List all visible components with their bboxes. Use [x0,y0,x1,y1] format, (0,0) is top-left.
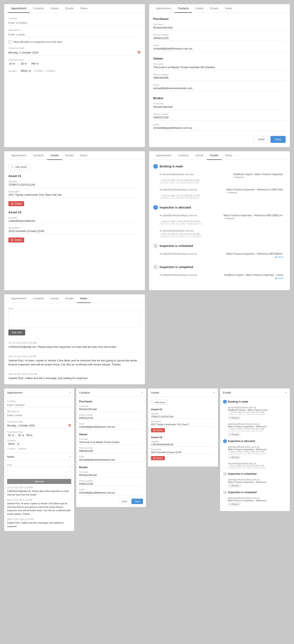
location-input[interactable] [9,20,141,26]
add-asset-button[interactable]: + + Add asset [9,164,30,170]
tab-assets-active[interactable]: Assets [47,151,62,160]
bottom-resend-btn-3[interactable]: ↩ Resend [228,456,240,459]
contacts-tabs: Appointment Contacts Assets Emails Notes [149,4,290,13]
tab-notes-assets[interactable]: Notes [77,151,91,160]
bottom-asset-1-title: Asset #1 [151,408,215,411]
bottom-booking-email-2: peter@carfinance4you.com.au Metro Financ… [223,422,287,437]
hour-select[interactable]: 03 [9,62,16,66]
booking-email-1-row: ✉ accounts@cjcranes.com.au RedBook Inspe… [160,173,283,178]
duration-select[interactable]: 30min [20,69,32,73]
scheduled-email-1-row: ✉ peter@carfinance4you.com.au Metro Fina… [160,252,283,258]
resend-button-3[interactable]: ↩ Resend [224,217,234,220]
bottom-scheduled-title: Inspection is scheduled [228,472,257,475]
tab-assets-emails[interactable]: Assets [192,151,207,160]
tab-emails-contacts[interactable]: Emails [207,4,222,13]
asset-2-description-value: 2010 Zoomlion (Crane) QY40 [9,230,141,234]
bottom-add-asset-button[interactable]: + Add asset [151,400,168,405]
bottom-owner-email: Email ahmad@altoneinvestments.com [79,456,143,462]
delete-asset-2-button[interactable]: 🗑 Delete [9,238,24,242]
tab-contacts-notes[interactable]: Contacts [30,294,47,303]
bottom-note-textarea[interactable] [7,466,71,477]
tab-notes[interactable]: Notes [77,4,91,13]
allocation-checkbox[interactable] [9,40,11,44]
tab-contacts-assets[interactable]: Contacts [30,151,47,160]
email-icon-1: ✉ [160,173,162,176]
trash-icon-1: 🗑 [11,202,14,205]
bottom-add-note-button[interactable]: Add note [7,479,71,484]
appointment-dropdown-icon[interactable]: ▼ [69,392,71,394]
tab-appointment-emails[interactable]: Appointment [152,151,174,160]
resend-button-2[interactable]: ↩ Resend [227,191,237,194]
emails-dropdown-icon[interactable]: ▼ [285,392,287,394]
bottom-save-button[interactable]: Save [131,499,143,504]
tab-emails-notes[interactable]: Emails [62,294,77,303]
checkbox-label: Allow allocation to inspectors out of hi… [13,40,62,44]
tab-appointment[interactable]: Appointment [8,4,30,13]
allocated-input[interactable] [9,32,141,37]
note-label: Note [9,307,141,310]
purchaser-phone-label: Phone number [153,34,285,36]
tab-appointment-contacts[interactable]: Appointment [152,4,174,13]
completed-email-1-subject: RedBook Inspect - Metro Finance Inspecti… [224,274,283,276]
tab-contacts[interactable]: Contacts [30,4,47,13]
add-note-button[interactable]: Add note [9,330,25,336]
bottom-allocated-input[interactable] [7,413,71,418]
bottom-duration-select[interactable]: 30min [7,442,20,446]
tab-emails-active[interactable]: Emails [207,151,222,160]
tab-appointment-notes[interactable]: Appointment [8,294,30,303]
bottom-broker-phone-value: 0393212120 [79,482,143,486]
bottom-resend-btn-4[interactable]: ↩ Resend [228,484,240,488]
purchaser-phone-value: 0393212120 [153,36,285,41]
bottom-delete-asset-1[interactable]: 🗑 Delete [151,428,165,432]
email-status-allocated: ✓ Inspection is allocated ✉ peter@carfin… [153,205,285,239]
bottom-undo-button[interactable]: Undo [118,499,130,504]
bottom-notes-body: Note Add note Thu 20 Sep 2018 10:33 AM C… [4,461,74,531]
note-textarea[interactable] [9,310,141,327]
delete-asset-1-button[interactable]: 🗑 Delete [9,201,24,206]
save-button[interactable]: Save [270,136,285,143]
bottom-note-label: Note [7,464,71,466]
notes-dropdown-icon[interactable]: ▼ [69,456,71,458]
send-button-2[interactable]: ▶ Send [275,277,283,280]
bottom-date-input[interactable] [7,423,68,428]
scheduled-status-title: Inspection is scheduled [160,244,193,248]
bottom-note-3-text: Gabriel Ruiz: Called and left a message,… [7,521,71,528]
asset-2-description-label: Description [9,226,141,229]
period-select[interactable]: PM [31,62,39,66]
send-button-1[interactable]: ▶ Send [275,256,283,258]
bottom-period-select[interactable]: PM [26,434,33,437]
undo-button[interactable]: Undo [253,136,269,143]
assets-panel: Appointment Contacts Assets Emails Notes… [4,151,145,290]
bottom-resend-btn-5[interactable]: ↩ Resend [228,502,240,506]
tab-appointment-assets[interactable]: Appointment [8,151,30,160]
assets-dropdown-icon[interactable]: ▼ [213,392,215,394]
bottom-assets-header: Assets ▼ [148,388,218,397]
bottom-booking-subject-2: Metro Finance Inspection - Reference [228,425,285,428]
bottom-broker-fullname: Full name Richard Birchall [79,471,143,478]
tab-emails-assets[interactable]: Emails [62,151,77,160]
bottom-hour-select[interactable]: 03 [7,434,15,437]
bottom-completed-email-1: peter@carfinance4you.com.au Metro Financ… [223,496,287,507]
scheduled-status-header: Inspection is scheduled [153,244,285,248]
minute-select[interactable]: 30 [20,62,27,66]
resend-button-1[interactable]: ↩ Resend [233,176,244,178]
bottom-resend-btn-2[interactable]: ↩ Resend [228,433,240,436]
bottom-resend-btn-1[interactable]: ↩ Resend [228,416,240,420]
bottom-delete-asset-2[interactable]: 🗑 Delete [151,456,165,460]
tab-contacts-emails[interactable]: Contacts [174,151,192,160]
bottom-location-input[interactable] [7,403,71,408]
bottom-booking-sent-1: ✓ Sent on Wed 19 Sep 2018 09:16 AM [228,411,285,414]
tab-assets-notes[interactable]: Assets [47,294,62,303]
bottom-minute-select[interactable]: 30 [17,434,25,437]
contacts-dropdown-icon[interactable]: ▼ [141,392,143,394]
tab-emails[interactable]: Emails [62,4,77,13]
tab-assets[interactable]: Assets [47,4,62,13]
tab-notes-active[interactable]: Notes [77,294,91,303]
bottom-time-range: (3:30pm – 4:00pm) [7,448,71,450]
tab-notes-emails[interactable]: Notes [222,151,236,160]
tab-assets-contacts[interactable]: Assets [192,4,207,13]
inspection-date-input[interactable] [9,50,137,55]
bottom-time-row: 03 : 30 PM [7,434,71,437]
tab-notes-contacts[interactable]: Notes [222,4,236,13]
tab-contacts-active[interactable]: Contacts [174,4,192,13]
